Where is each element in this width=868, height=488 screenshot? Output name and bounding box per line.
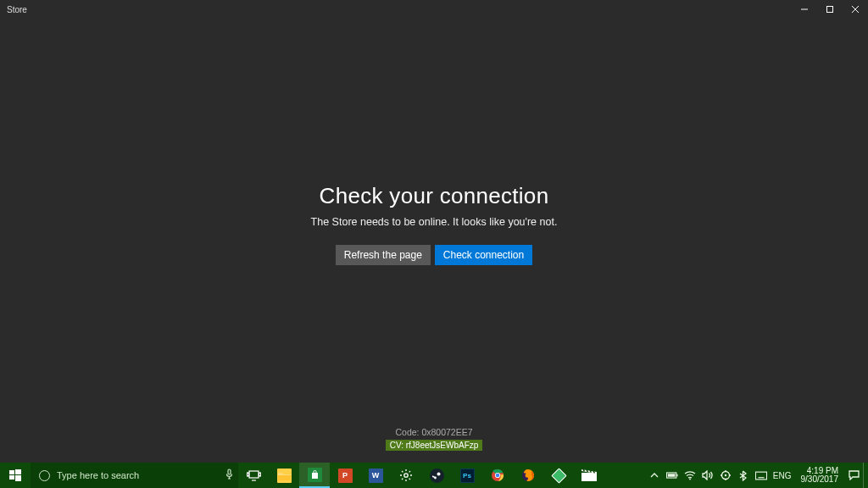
system-tray: ENG 4:19 PM 9/30/2017 [643, 463, 863, 488]
tray-battery-icon[interactable] [666, 469, 678, 481]
svg-rect-7 [15, 475, 21, 481]
svg-rect-1 [827, 7, 833, 13]
svg-rect-6 [9, 475, 14, 480]
show-desktop-button[interactable] [863, 463, 868, 488]
refresh-button[interactable]: Refresh the page [336, 245, 431, 265]
tray-wifi-icon[interactable] [684, 469, 696, 481]
svg-rect-9 [249, 471, 259, 478]
svg-point-15 [437, 472, 440, 475]
titlebar: Store [0, 0, 868, 19]
close-button[interactable] [843, 0, 868, 19]
tray-bluetooth-icon[interactable] [737, 469, 749, 481]
svg-rect-24 [668, 474, 676, 477]
error-footer: Code: 0x80072EE7 CV: rfJ8eetJsEWbAFzp [0, 427, 868, 451]
svg-rect-21 [581, 473, 597, 481]
taskbar-app-steam[interactable] [421, 463, 452, 488]
tray-chevron-up-icon[interactable] [648, 469, 660, 481]
svg-rect-4 [9, 470, 14, 474]
svg-point-14 [404, 474, 408, 477]
tray-keyboard-icon[interactable] [755, 469, 767, 481]
svg-rect-23 [676, 474, 677, 477]
taskbar: Type here to search P W Ps [0, 463, 868, 488]
tray-language[interactable]: ENG [773, 471, 792, 480]
taskbar-app-photoshop[interactable]: Ps [452, 463, 482, 488]
tray-location-icon[interactable] [720, 469, 732, 481]
mic-icon[interactable] [220, 469, 238, 482]
taskbar-app-firefox[interactable] [513, 463, 543, 488]
taskbar-app-word[interactable]: W [360, 463, 391, 488]
taskbar-app-store[interactable] [299, 463, 330, 488]
tray-date: 9/30/2017 [801, 475, 839, 485]
svg-point-25 [689, 479, 691, 480]
search-placeholder: Type here to search [57, 470, 220, 480]
error-headline: Check your connection [320, 183, 549, 209]
error-subtext: The Store needs to be online. It looks l… [311, 216, 558, 228]
store-window: Store Check your connection The Store ne… [0, 0, 868, 463]
error-cv: CV: rfJ8eetJsEWbAFzp [386, 440, 483, 451]
tray-clock[interactable]: 4:19 PM 9/30/2017 [798, 467, 843, 485]
tray-volume-icon[interactable] [702, 469, 714, 481]
taskbar-app-movies[interactable] [574, 463, 604, 488]
check-connection-button[interactable]: Check connection [435, 245, 532, 265]
window-title: Store [7, 5, 27, 14]
search-box[interactable]: Type here to search [31, 463, 238, 488]
svg-rect-8 [228, 469, 231, 474]
cortana-icon [39, 470, 50, 481]
taskbar-app-chrome[interactable] [482, 463, 513, 488]
button-row: Refresh the page Check connection [336, 245, 532, 265]
tray-action-center-icon[interactable] [848, 469, 860, 481]
svg-point-19 [496, 474, 500, 478]
taskbar-app-powerpoint[interactable]: P [330, 463, 360, 488]
start-button[interactable] [0, 463, 31, 488]
taskbar-app-misc1[interactable] [543, 463, 574, 488]
svg-point-27 [725, 474, 726, 476]
maximize-button[interactable] [817, 0, 843, 19]
error-content: Check your connection The Store needs to… [0, 19, 868, 463]
taskbar-app-settings[interactable] [391, 463, 421, 488]
svg-rect-10 [247, 473, 248, 476]
error-code: Code: 0x80072EE7 [395, 427, 472, 437]
svg-rect-5 [15, 469, 21, 474]
svg-rect-28 [755, 472, 766, 480]
task-view-button[interactable] [238, 463, 269, 488]
taskbar-app-explorer[interactable] [269, 463, 299, 488]
minimize-button[interactable] [792, 0, 817, 19]
svg-rect-13 [278, 475, 291, 480]
svg-rect-11 [259, 473, 260, 476]
